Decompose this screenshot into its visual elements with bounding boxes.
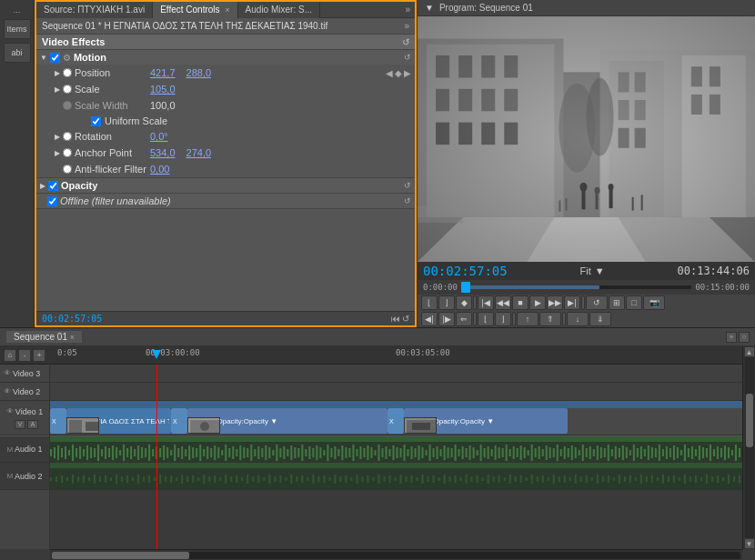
current-timecode[interactable]: 00:02:57:05 (423, 264, 508, 278)
timeline-zoom-in-btn[interactable]: + (33, 349, 45, 362)
overwrite-btn[interactable]: ⇓ (589, 312, 611, 326)
timeline-snap-btn[interactable]: ⌂ (4, 349, 16, 362)
position-prev-kf-icon[interactable]: ◀ (386, 68, 393, 78)
svg-rect-305 (372, 477, 374, 481)
anchor-toggle-icon[interactable]: ▶ (55, 149, 60, 157)
trim-next-btn[interactable]: |▶ (438, 312, 455, 326)
ripple-trim-prev-btn[interactable]: ⌊ (478, 312, 494, 326)
stop-btn[interactable]: ■ (512, 295, 528, 310)
clip-crossdissolve-3[interactable]: X (388, 408, 404, 434)
step-fwd-btn[interactable]: ▶| (564, 295, 580, 310)
svg-rect-162 (440, 449, 442, 456)
panel-options-icon[interactable]: » (404, 21, 409, 31)
timeline-ruler[interactable]: 0:05 00:03:00:00 00:03:05:00 (50, 346, 742, 365)
scale-toggle-icon[interactable]: ▶ (55, 85, 60, 94)
opacity-enable-checkbox[interactable] (48, 181, 58, 191)
timeline-tab-sequence[interactable]: Sequence 01 × (5, 330, 83, 344)
v3-eye-icon[interactable]: 👁 (4, 369, 11, 377)
step-back-btn[interactable]: |◀ (478, 295, 494, 310)
tab-effect-controls[interactable]: Effect Controls × (153, 2, 237, 18)
tab-source[interactable]: Source: ΠΤΥΧΙΑΚΗ 1.avi (36, 2, 153, 18)
clip-454jpg[interactable]: 454.jpg Opacity:Opacity ▼ (404, 408, 568, 434)
add-marker-btn[interactable]: ◆ (456, 295, 472, 310)
video-scene-svg (418, 16, 755, 262)
vscroll-track[interactable] (745, 357, 754, 538)
v1-ctrl-btn1[interactable]: V (15, 420, 25, 429)
opacity-toggle-icon[interactable]: ▶ (40, 182, 45, 190)
position-toggle-icon[interactable]: ▶ (55, 69, 60, 77)
timeline-close-btn[interactable]: ○ (739, 332, 750, 343)
ripple-trim-next-btn[interactable]: ⌋ (495, 312, 511, 326)
clip-crossdissolve-1[interactable]: X (50, 408, 66, 434)
in-point-btn[interactable]: ⌊ (421, 295, 438, 310)
lift-btn[interactable]: ↑ (517, 312, 539, 326)
fwd-btn[interactable]: ▶▶ (547, 295, 563, 310)
fit-dropdown-icon[interactable]: ▼ (595, 265, 605, 276)
export-frame-btn[interactable]: 📷 (643, 295, 665, 310)
motion-toggle-icon[interactable]: ▼ (40, 54, 47, 62)
clip-459jpg[interactable]: 459.jpg Opacity:Opacity ▼ (187, 408, 388, 434)
panel-menu-button[interactable]: » (400, 5, 415, 15)
abi-button[interactable]: abi (4, 43, 31, 63)
fit-selector[interactable]: Fit ▼ (580, 265, 605, 276)
motion-group-header[interactable]: ▼ ⚙ Motion ↺ (36, 50, 415, 65)
motion-reset-icon[interactable]: ↺ (404, 53, 411, 62)
vscroll-thumb[interactable] (746, 394, 753, 448)
opacity-group-header[interactable]: ▶ Opacity ↺ (36, 178, 415, 193)
svg-rect-170 (469, 445, 471, 460)
timeline-zoom-out-btn[interactable]: - (18, 349, 31, 362)
transport-prev-btn[interactable]: ⏮ (391, 314, 400, 324)
offline-group-header[interactable]: Offline (filter unavailable) ↺ (36, 194, 415, 208)
timeline-vscrollbar[interactable]: ▲ ▼ (742, 346, 755, 549)
v2-eye-icon[interactable]: 👁 (4, 387, 11, 395)
opacity-reset-icon[interactable]: ↺ (404, 181, 411, 190)
out-point-btn[interactable]: ⌋ (438, 295, 455, 310)
svg-rect-317 (438, 477, 440, 481)
safe-zones-btn[interactable]: ⊞ (609, 295, 625, 310)
rotation-toggle-icon[interactable]: ▶ (55, 133, 60, 141)
rotation-radio[interactable] (63, 132, 72, 141)
video-effects-reset-icon[interactable]: ↺ (402, 37, 409, 47)
items-button[interactable]: Items (4, 19, 31, 39)
svg-rect-155 (415, 448, 417, 457)
transport-play-btn[interactable]: ↺ (402, 314, 409, 324)
scrub-track[interactable] (461, 285, 691, 289)
output-btn[interactable]: □ (626, 295, 642, 310)
scrub-playhead[interactable] (461, 282, 470, 293)
hscroll-track[interactable] (52, 552, 740, 559)
timeline-tab-close-icon[interactable]: × (70, 333, 75, 342)
extract-btn[interactable]: ⇑ (539, 312, 561, 326)
position-add-kf-icon[interactable]: ◆ (395, 68, 402, 78)
insert-btn[interactable]: ↓ (567, 312, 589, 326)
tab-close-icon[interactable]: × (225, 5, 229, 15)
offline-reset-icon[interactable]: ↺ (404, 196, 411, 205)
clip-main-video[interactable]: Η ΕΓΝΑΤΙΑ ΟΔΟΣ ΣΤΑ ΤΕΛΗ ΤΗΣ (66, 408, 171, 434)
scale-width-radio (63, 101, 72, 110)
v1-ctrl-btn2[interactable]: A (27, 420, 38, 429)
v1-eye-icon[interactable]: 👁 (6, 407, 14, 415)
a2-mute-icon[interactable]: M (6, 472, 13, 480)
tab-audio-mixer[interactable]: Audio Mixer: S... (238, 2, 320, 18)
monitor-dropdown-icon[interactable]: ▼ (425, 3, 434, 13)
anchor-radio[interactable] (63, 148, 72, 157)
hscroll-thumb[interactable] (52, 552, 189, 559)
vscroll-up-btn[interactable]: ▲ (744, 346, 755, 357)
motion-enable-checkbox[interactable] (50, 53, 60, 63)
vscroll-down-btn[interactable]: ▼ (744, 538, 755, 549)
position-next-kf-icon[interactable]: ▶ (404, 68, 411, 78)
rewind-btn[interactable]: ◀◀ (495, 295, 511, 310)
scale-radio[interactable] (63, 85, 72, 94)
uniform-scale-checkbox[interactable] (91, 116, 101, 126)
svg-rect-363 (690, 476, 691, 482)
svg-rect-65 (86, 445, 88, 460)
timeline-menu-btn[interactable]: » (726, 332, 737, 343)
play-btn[interactable]: ▶ (529, 295, 546, 310)
trim-multi-btn[interactable]: ⇐ (456, 312, 472, 326)
anti-flicker-radio[interactable] (63, 165, 72, 174)
loop-btn[interactable]: ↺ (586, 295, 608, 310)
a1-mute-icon[interactable]: M (6, 445, 13, 454)
offline-enable-checkbox[interactable] (47, 196, 57, 206)
position-radio[interactable] (63, 68, 72, 77)
trim-prev-btn[interactable]: ◀| (421, 312, 438, 326)
clip-crossdissolve-2[interactable]: X (171, 408, 187, 434)
